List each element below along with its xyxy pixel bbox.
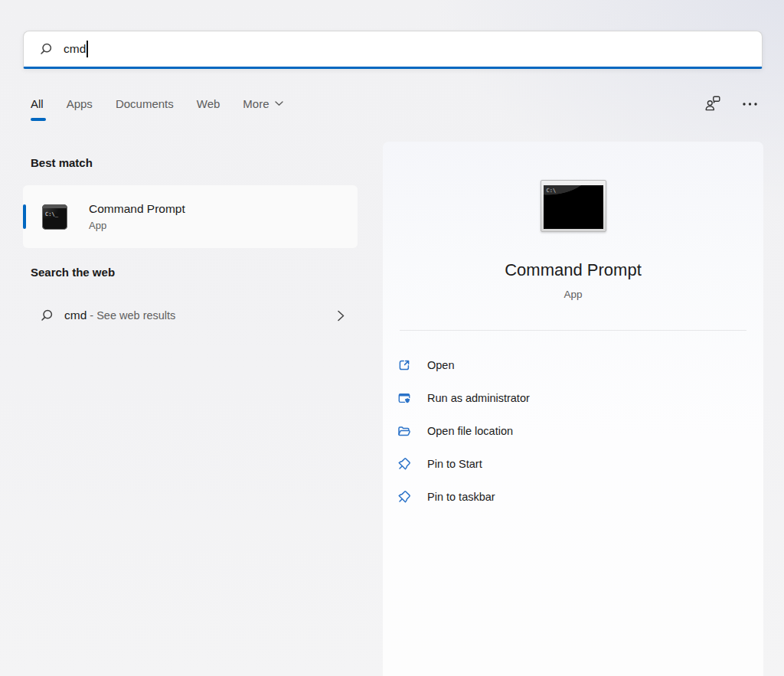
text-caret xyxy=(87,41,88,57)
preview-title: Command Prompt xyxy=(383,260,763,280)
action-open[interactable]: Open xyxy=(383,348,763,381)
action-label: Pin to taskbar xyxy=(427,491,495,503)
open-external-icon xyxy=(397,358,412,373)
action-open-file-location[interactable]: Open file location xyxy=(383,414,763,447)
tab-web-label: Web xyxy=(197,97,220,110)
pin-icon xyxy=(397,489,412,505)
active-tab-indicator xyxy=(31,118,46,121)
tab-web[interactable]: Web xyxy=(197,97,220,121)
search-box[interactable]: cmd xyxy=(23,31,763,69)
search-icon xyxy=(39,308,54,323)
preview-panel: C:\ Command Prompt App Open Run as admi xyxy=(383,142,763,676)
preview-type: App xyxy=(383,289,763,300)
windows-search-flyout: cmd All Apps Documents Web More xyxy=(0,0,784,676)
search-icon xyxy=(38,41,54,57)
command-prompt-icon: C:\_ xyxy=(42,204,67,230)
result-type: App xyxy=(89,220,185,231)
tab-all-label: All xyxy=(31,97,44,110)
web-search-heading: Search the web xyxy=(31,266,115,279)
command-prompt-app-icon: C:\ xyxy=(541,180,606,232)
action-pin-to-start[interactable]: Pin to Start xyxy=(383,447,763,480)
action-label: Pin to Start xyxy=(427,458,482,470)
filter-tabs: All Apps Documents Web More xyxy=(31,97,283,121)
action-label: Run as administrator xyxy=(427,392,530,404)
tab-documents[interactable]: Documents xyxy=(116,97,174,121)
tab-documents-label: Documents xyxy=(116,97,174,110)
action-list: Open Run as administrator Open file loca… xyxy=(383,348,763,513)
pin-icon xyxy=(397,456,412,472)
result-title: Command Prompt xyxy=(89,202,185,216)
tab-all[interactable]: All xyxy=(31,97,44,121)
user-feedback-icon[interactable] xyxy=(703,93,723,113)
search-input[interactable]: cmd xyxy=(64,42,86,56)
action-label: Open xyxy=(427,359,454,371)
tab-apps-label: Apps xyxy=(67,97,93,110)
web-search-result[interactable]: cmd - See web results xyxy=(23,299,358,332)
header-actions xyxy=(703,93,760,113)
best-match-heading: Best match xyxy=(31,156,93,169)
tab-more-label: More xyxy=(243,97,269,110)
tab-more[interactable]: More xyxy=(243,97,283,121)
chevron-down-icon xyxy=(275,101,283,106)
tab-apps[interactable]: Apps xyxy=(67,97,93,121)
best-match-result[interactable]: C:\_ Command Prompt App xyxy=(23,185,358,248)
admin-shield-icon xyxy=(397,390,412,406)
web-query: cmd xyxy=(64,309,87,322)
folder-icon xyxy=(397,423,412,439)
selection-indicator xyxy=(23,204,26,229)
more-options-icon[interactable] xyxy=(741,93,760,113)
action-run-as-administrator[interactable]: Run as administrator xyxy=(383,381,763,414)
chevron-right-icon xyxy=(337,309,345,322)
action-label: Open file location xyxy=(427,425,513,437)
action-pin-to-taskbar[interactable]: Pin to taskbar xyxy=(383,480,763,513)
web-query-suffix: - See web results xyxy=(87,309,175,322)
divider xyxy=(400,330,746,331)
